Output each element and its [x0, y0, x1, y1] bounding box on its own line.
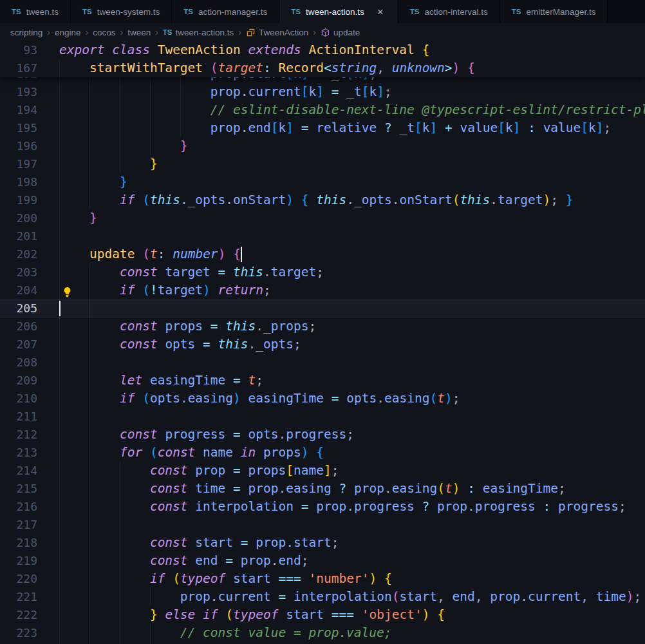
tab-tween-action.ts[interactable]: TStween-action.ts× [279, 0, 398, 23]
line-number[interactable]: 220 [0, 570, 37, 588]
sticky-line-93[interactable]: 93export class TweenAction extends Actio… [0, 41, 645, 59]
line-number[interactable]: 212 [0, 426, 37, 444]
line-number[interactable]: 210 [0, 390, 37, 408]
code-line-203[interactable]: 203 const target = this.target; [0, 263, 645, 281]
lightbulb-icon[interactable] [62, 287, 73, 298]
tab-action-manager.ts[interactable]: TSaction-manager.ts [172, 0, 279, 23]
code-line-202[interactable]: 202 update (t: number) { [0, 245, 645, 263]
indent-guide [59, 245, 60, 263]
code-line-198[interactable]: 198 } [0, 173, 645, 191]
tab-action-interval.ts[interactable]: TSaction-interval.ts [398, 0, 500, 23]
line-number[interactable]: 213 [0, 444, 37, 462]
code-line-199[interactable]: 199 if (this._opts.onStart) { this._opts… [0, 191, 645, 209]
line-number[interactable]: 202 [0, 245, 37, 263]
line-number[interactable]: 211 [0, 408, 37, 426]
code-line-222[interactable]: 222 } else if (typeof start === 'object'… [0, 606, 645, 624]
line-number[interactable]: 196 [0, 137, 37, 155]
line-number[interactable]: 218 [0, 534, 37, 552]
code-text: const end = prop.end; [59, 552, 645, 570]
code-line-217[interactable]: 217 [0, 516, 645, 534]
code-text: } [59, 209, 645, 227]
line-number[interactable]: 197 [0, 155, 37, 173]
code-line-216[interactable]: 216 const interpolation = prop.progress … [0, 498, 645, 516]
line-number[interactable]: 214 [0, 462, 37, 480]
code-line-205[interactable]: 205 [0, 299, 645, 317]
indent [59, 102, 210, 117]
line-number[interactable]: 167 [0, 59, 37, 77]
code-token: ; [604, 120, 612, 135]
line-number[interactable]: 204 [0, 281, 37, 299]
line-number[interactable]: 201 [0, 227, 37, 245]
code-line-218[interactable]: 218 const start = prop.start; [0, 534, 645, 552]
line-number[interactable]: 193 [0, 83, 37, 101]
code-line-197[interactable]: 197 } [0, 155, 645, 173]
code-editor[interactable]: 192 prop.start[k] = _t[k];193 prop.curre… [0, 41, 645, 644]
code-token: prop [490, 589, 520, 604]
code-line-206[interactable]: 206 const props = this._props; [0, 317, 645, 336]
code-line-223[interactable]: 223 // const value = prop.value; [0, 624, 645, 642]
line-number[interactable]: 222 [0, 606, 37, 624]
breadcrumb-item-cocos[interactable]: cocos [93, 28, 115, 37]
indent-guide [120, 606, 120, 624]
line-number[interactable]: 216 [0, 498, 37, 516]
line-number[interactable]: 200 [0, 209, 37, 227]
breadcrumb-item-tween[interactable]: tween [127, 28, 151, 37]
line-number[interactable]: 194 [0, 101, 37, 119]
code-line-212[interactable]: 212 const progress = opts.progress; [0, 426, 645, 444]
code-line-210[interactable]: 210 if (opts.easing) easingTime = opts.e… [0, 390, 645, 408]
code-line-213[interactable]: 213 for (const name in props) { [0, 444, 645, 462]
gutter [37, 570, 59, 588]
lightbulb[interactable] [62, 285, 73, 296]
code-line-200[interactable]: 200 } [0, 209, 645, 227]
code-text: } else if (typeof start === 'object') { [59, 606, 645, 624]
code-line-195[interactable]: 195 prop.end[k] = relative ? _t[k] + val… [0, 119, 645, 137]
close-icon[interactable]: × [375, 6, 386, 17]
line-number[interactable]: 208 [0, 354, 37, 372]
tab-emitterManager.ts[interactable]: TSemitterManager.ts [500, 0, 608, 23]
line-number[interactable]: 217 [0, 516, 37, 534]
tab-tween-system.ts[interactable]: TStween-system.ts [71, 0, 172, 23]
code-line-209[interactable]: 209 let easingTime = t; [0, 372, 645, 390]
line-number[interactable]: 199 [0, 191, 37, 209]
code-line-219[interactable]: 219 const end = prop.end; [0, 552, 645, 570]
code-token: props [263, 445, 301, 460]
line-number[interactable]: 93 [0, 41, 37, 59]
code-line-201[interactable]: 201 [0, 227, 645, 245]
code-line-208[interactable]: 208 [0, 354, 645, 372]
code-line-196[interactable]: 196 } [0, 137, 645, 155]
code-line-194[interactable]: 194 // eslint-disable-next-line @typescr… [0, 101, 645, 119]
breadcrumb-item-TweenAction[interactable]: TweenAction [246, 28, 308, 37]
line-number[interactable]: 205 [0, 299, 37, 317]
code-token: name [294, 463, 324, 478]
line-number[interactable]: 195 [0, 119, 37, 137]
breadcrumb-item-engine[interactable]: engine [55, 28, 81, 37]
code-token: typeof [180, 571, 225, 586]
code-line-204[interactable]: 204 if (!target) return; [0, 281, 645, 299]
code-line-220[interactable]: 220 if (typeof start === 'number') { [0, 570, 645, 588]
code-line-214[interactable]: 214 const prop = props[name]; [0, 462, 645, 480]
line-number[interactable]: 198 [0, 173, 37, 191]
tab-tween.ts[interactable]: TStween.ts [0, 0, 71, 23]
code-token [135, 283, 142, 298]
breadcrumb-item-update[interactable]: update [321, 28, 360, 37]
line-number[interactable]: 206 [0, 317, 37, 336]
code-token [354, 607, 362, 622]
code-line-193[interactable]: 193 prop.current[k] = _t[k]; [0, 83, 645, 101]
line-number[interactable]: 215 [0, 480, 37, 498]
line-number[interactable]: 207 [0, 336, 37, 354]
code-token: === [332, 607, 354, 622]
code-line-221[interactable]: 221 prop.current = interpolation(start, … [0, 588, 645, 606]
code-token [233, 445, 241, 460]
line-number[interactable]: 221 [0, 588, 37, 606]
line-number[interactable]: 209 [0, 372, 37, 390]
line-number[interactable]: 219 [0, 552, 37, 570]
sticky-line-167[interactable]: 167 startWithTarget (target: Record<stri… [0, 59, 645, 77]
code-line-207[interactable]: 207 const opts = this._opts; [0, 336, 645, 354]
code-token [324, 84, 332, 99]
code-line-211[interactable]: 211 [0, 408, 645, 426]
line-number[interactable]: 203 [0, 263, 37, 281]
line-number[interactable]: 223 [0, 624, 37, 642]
breadcrumb-item-scripting[interactable]: scripting [10, 28, 42, 37]
code-line-215[interactable]: 215 const time = prop.easing ? prop.easi… [0, 480, 645, 498]
breadcrumb-item-tween-action.ts[interactable]: TStween-action.ts [163, 28, 234, 37]
